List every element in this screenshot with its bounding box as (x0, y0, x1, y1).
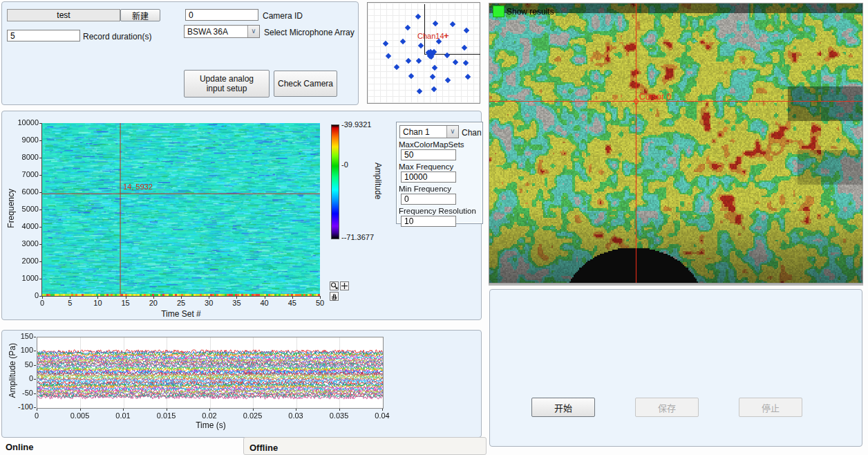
new-button[interactable]: 新建 (120, 9, 160, 21)
x-tick-label: 20 (143, 299, 164, 307)
record-duration-label: Record duration(s) (83, 32, 151, 41)
y-tick-label: 3000 (2, 239, 39, 248)
y-tick-label: 100 (2, 346, 33, 354)
mic-position-marker (453, 59, 458, 65)
spectrogram-y-axis-line (41, 123, 42, 297)
acoustic-camera-view[interactable]: Show results Cursor 0 (489, 3, 863, 284)
mic-position-marker (430, 74, 435, 80)
mic-array-plot[interactable]: + Chan14 (367, 2, 480, 104)
channel-select-label: Chan (462, 128, 482, 138)
x-tick-label: 0.035 (324, 411, 355, 420)
test-name-field[interactable]: test (7, 9, 120, 21)
spectrogram-x-axis-label: Time Set # (153, 309, 209, 319)
update-analog-input-button[interactable]: Update analog input setup (184, 70, 270, 98)
x-tick-label: 30 (198, 299, 219, 307)
mic-position-marker (386, 53, 391, 59)
mic-position-marker (465, 74, 471, 80)
mic-position-marker (463, 60, 469, 66)
mic-position-marker (431, 86, 437, 92)
y-tick-label: -50 (2, 389, 33, 397)
show-results-checkbox[interactable] (493, 6, 504, 17)
frequency-resolution-input[interactable] (401, 216, 456, 227)
colorbar-zero-label: -0 (341, 160, 348, 169)
chevron-down-icon[interactable]: ∨ (446, 126, 458, 138)
config-panel: test 新建 Record duration(s) Camera ID BSW… (1, 1, 359, 105)
chevron-down-icon[interactable]: ∨ (247, 26, 259, 37)
mic-cursor-cross-icon: + (444, 30, 449, 41)
x-tick-label: 50 (310, 299, 330, 307)
y-tick-label: 9000 (2, 136, 39, 144)
waveform-y-axis-label: Amplitude (Pa) (8, 343, 17, 398)
spectrogram-y-axis-label: Frequency (6, 189, 16, 228)
colorbar-axis-label: Amplitude (373, 162, 383, 199)
mic-position-marker (394, 64, 399, 70)
x-tick-label: 45 (282, 299, 303, 307)
waveform-plot[interactable] (37, 337, 384, 409)
mic-position-marker (432, 65, 437, 71)
max-colormap-input[interactable] (401, 149, 456, 160)
waveform-x-axis-label: Time (s) (183, 420, 238, 430)
mic-position-marker (433, 21, 438, 26)
x-tick-label: 40 (254, 299, 275, 307)
min-frequency-input[interactable] (401, 194, 456, 205)
channel-select-value: Chan 1 (403, 127, 430, 137)
x-tick-label: 0 (32, 299, 53, 307)
y-tick-label: 7000 (2, 170, 39, 178)
x-tick-label: 0.01 (108, 411, 138, 420)
y-tick-label: 2000 (2, 257, 39, 265)
mic-position-marker (445, 77, 451, 83)
spectrogram-controls-box: Chan 1 ∨ Chan MaxColorMapSets Max Freque… (396, 122, 483, 224)
x-tick-label: 10 (87, 299, 108, 307)
x-tick-label: 0.005 (65, 411, 95, 420)
pan-hand-tool-icon[interactable] (330, 292, 339, 301)
camera-id-label: Camera ID (263, 11, 303, 21)
offline-status-label: Offline (249, 443, 278, 453)
mic-position-marker (408, 73, 414, 79)
cursor-tool-icon[interactable] (340, 281, 349, 290)
spectrogram-plot[interactable]: 14, 5932 (42, 123, 320, 296)
x-tick-label: 0.02 (194, 411, 225, 420)
start-button[interactable]: 开始 (531, 398, 595, 417)
channel-select[interactable]: Chan 1 ∨ (399, 125, 459, 138)
colorbar-min-label: --71.3677 (341, 233, 374, 241)
camera-cursor-label: Cursor 0 (639, 92, 671, 102)
mic-position-marker (462, 45, 467, 50)
mic-crosshair-vertical (424, 4, 425, 54)
x-tick-label: 0 (21, 411, 52, 420)
y-tick-label: -100 (2, 402, 33, 411)
mic-position-marker (416, 58, 422, 64)
max-frequency-input[interactable] (401, 171, 456, 183)
y-tick-label: 50 (2, 360, 33, 369)
y-tick-label: 0 (2, 374, 33, 382)
mic-position-marker (405, 25, 411, 30)
record-duration-input[interactable] (7, 30, 80, 41)
spectrogram-cursor-label: 14, 5932 (123, 183, 153, 191)
zoom-tool-icon[interactable] (330, 281, 339, 290)
x-tick-label: 0.025 (238, 411, 268, 420)
x-tick-label: 5 (59, 299, 80, 307)
x-tick-label: 25 (171, 299, 191, 307)
mic-position-marker (464, 28, 469, 33)
colorbar (331, 124, 339, 239)
camera-id-input[interactable] (185, 9, 258, 21)
min-frequency-label: Min Frequency (399, 185, 451, 193)
waveform-panel: -100-50050100150 00.0050.010.0150.020.02… (1, 330, 482, 438)
y-tick-label: 8000 (2, 153, 39, 161)
mic-position-marker (415, 14, 421, 19)
online-status-label: Online (6, 442, 33, 452)
save-button[interactable]: 保存 (635, 398, 699, 417)
stop-button[interactable]: 停止 (739, 398, 802, 417)
max-colormap-label: MaxColorMapSets (399, 140, 464, 149)
x-tick-label: 35 (226, 299, 247, 307)
mic-position-marker (417, 89, 422, 94)
y-tick-label: 150 (2, 332, 33, 340)
colorbar-max-label: -39.9321 (341, 120, 371, 129)
x-tick-label: 0.04 (367, 411, 397, 420)
mic-array-select-value: BSWA 36A (187, 27, 228, 37)
check-camera-button[interactable]: Check Camera (274, 71, 337, 97)
frequency-resolution-label: Frequency Resolution (399, 207, 476, 215)
show-results-label: Show results (507, 7, 554, 17)
mic-position-marker (406, 58, 411, 64)
action-panel: 开始 保存 停止 (489, 289, 862, 447)
mic-array-select[interactable]: BSWA 36A ∨ (184, 25, 260, 38)
